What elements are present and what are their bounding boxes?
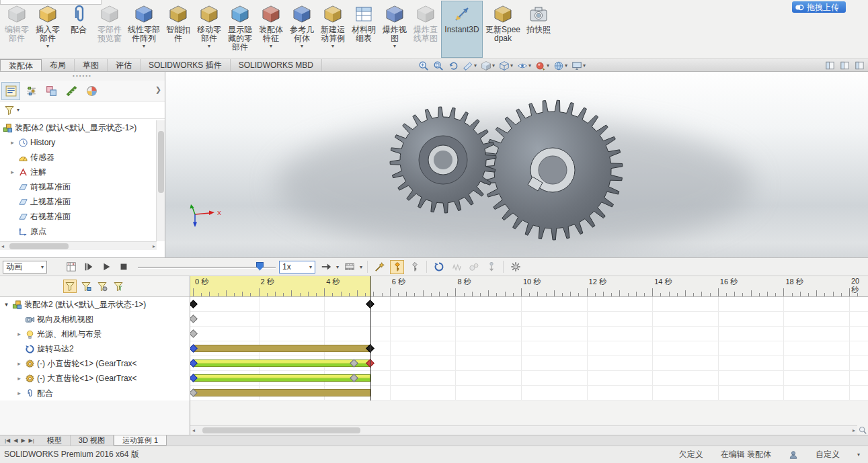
dimxpertmanager-tab[interactable] — [62, 82, 81, 100]
motion-tree-item[interactable]: 视向及相机视图 — [0, 312, 190, 327]
feature-tree-item[interactable]: 上视基准面 — [0, 194, 157, 209]
ribbon-button-instant3d[interactable]: Instant3D — [441, 1, 483, 58]
timeline-bar[interactable] — [193, 345, 370, 352]
timeline-ruler[interactable]: 0 秒2 秒4 秒6 秒8 秒10 秒12 秒14 秒16 秒18 秒20 秒 — [190, 276, 868, 297]
ribbon-button-insert-component[interactable]: 插入零部件▼ — [32, 1, 63, 58]
timeline-row[interactable] — [190, 327, 868, 341]
timeline-row[interactable] — [190, 341, 868, 356]
spring-button[interactable] — [449, 260, 463, 274]
scroll-left-icon[interactable]: ◂ — [192, 426, 195, 435]
motion-tree-item[interactable]: ▸配合 — [0, 386, 190, 401]
panel-grip[interactable]: •••••• — [0, 72, 165, 81]
panel-flyout-chevron[interactable]: ❯ — [155, 85, 161, 94]
ribbon-button-speedpak[interactable]: 更新Speedpak — [483, 1, 523, 58]
gravity-button[interactable] — [484, 260, 498, 274]
doc-tab-1[interactable]: 3D 视图 — [71, 435, 114, 446]
command-tab-0[interactable]: 装配体 — [0, 59, 42, 71]
ribbon-button-assembly-features[interactable]: 装配体特征▼ — [255, 1, 286, 58]
view-orientation-button[interactable]: ▾ — [481, 60, 495, 71]
scrollbar-thumb[interactable] — [158, 131, 164, 193]
ribbon-button-bom[interactable]: 材料明细表 — [348, 1, 379, 58]
timeline-position-slider[interactable] — [138, 261, 276, 273]
study-type-select[interactable]: 动画 ▾ — [3, 261, 47, 273]
next-tab-icon[interactable]: ▶ — [21, 437, 25, 444]
scrollbar-thumb[interactable] — [202, 427, 360, 433]
filter-driving-button[interactable] — [95, 280, 109, 293]
hide-show-items-button[interactable]: ▾ — [517, 60, 531, 71]
calculate-button[interactable] — [64, 260, 78, 274]
save-animation-button[interactable] — [342, 260, 356, 274]
command-tab-3[interactable]: 评估 — [108, 59, 141, 71]
filter-icon[interactable] — [4, 105, 15, 116]
feature-tree-vscrollbar[interactable] — [156, 120, 165, 241]
ribbon-button-show-hidden[interactable]: 显示隐藏的零部件 — [225, 1, 255, 58]
doc-tab-2[interactable]: 运动算例 1 — [114, 435, 167, 446]
featuremanager-tab[interactable] — [1, 82, 20, 100]
filter-all-button[interactable] — [63, 280, 77, 293]
animation-wizard-button[interactable] — [372, 260, 387, 274]
feature-tree-item[interactable]: 传感器 — [0, 150, 157, 165]
ribbon-button-reference-geometry[interactable]: 参考几何体▼ — [286, 1, 317, 58]
scrollbar-thumb[interactable] — [9, 243, 69, 249]
doc-tab-0[interactable]: 模型 — [39, 435, 71, 446]
expand-arrow-icon[interactable]: ▾ — [3, 301, 10, 308]
command-tab-1[interactable]: 布局 — [42, 59, 75, 71]
timeline-row[interactable] — [190, 386, 868, 401]
filter-animated-button[interactable] — [79, 280, 93, 293]
expand-arrow-icon[interactable]: ▸ — [15, 390, 23, 396]
expand-arrow-icon[interactable]: ▸ — [9, 169, 16, 175]
expand-arrow-icon[interactable]: ▸ — [15, 375, 23, 382]
autokey-button[interactable] — [390, 260, 404, 274]
ribbon-button-smart-fasteners[interactable]: 智能扣件 — [163, 1, 194, 58]
timeline-bar[interactable] — [193, 389, 370, 396]
motion-tree-item[interactable]: ▸光源、相机与布景 — [0, 327, 190, 341]
ribbon-button-explode-line-sketch[interactable]: 爆炸直线草图 — [410, 1, 441, 58]
feature-tree-item[interactable]: ▸History — [0, 135, 157, 150]
timeline-fit-button[interactable] — [858, 425, 867, 434]
timeline-row[interactable] — [190, 356, 868, 371]
contact-button[interactable] — [467, 260, 481, 274]
feature-tree-item[interactable]: 装配体2 (默认<默认_显示状态-1>) — [0, 120, 157, 135]
section-view-button[interactable]: ▾ — [463, 60, 477, 71]
filter-selected-button[interactable] — [112, 280, 125, 293]
play-button[interactable] — [99, 260, 113, 274]
ribbon-button-exploded-view[interactable]: 爆炸视图▼ — [379, 1, 410, 58]
feature-tree-hscrollbar[interactable]: ◂ ▸ — [0, 241, 157, 250]
zoom-area-button[interactable] — [433, 60, 444, 71]
timeline-bar[interactable] — [193, 360, 370, 367]
ribbon-button-motion-study[interactable]: 新建运动算例▼ — [317, 1, 348, 58]
motion-tree-item[interactable]: ▾装配体2 (默认<默认_显示状态-1>) — [0, 297, 190, 312]
command-tab-2[interactable]: 草图 — [75, 59, 108, 71]
configurationmanager-tab[interactable] — [42, 82, 61, 100]
ribbon-button-preview-window[interactable]: 零部件预览窗 — [94, 1, 125, 58]
split-pane-icon[interactable] — [840, 60, 850, 71]
dropdown-caret-icon[interactable]: ▾ — [360, 264, 362, 270]
scroll-left-icon[interactable]: ◂ — [1, 242, 4, 251]
apply-scene-button[interactable]: ▾ — [553, 60, 567, 71]
left-pane-icon[interactable] — [825, 60, 835, 71]
expand-arrow-icon[interactable]: ▸ — [15, 360, 23, 367]
feature-tree-item[interactable]: 右视基准面 — [0, 209, 157, 224]
stop-button[interactable] — [116, 260, 130, 274]
view-settings-button[interactable]: ▾ — [571, 60, 586, 71]
feature-tree-item[interactable]: ▸注解 — [0, 165, 157, 179]
ribbon-button-edit-component[interactable]: 编辑零部件 — [1, 1, 32, 58]
playback-mode-button[interactable] — [319, 260, 333, 274]
timeline-key[interactable] — [190, 300, 197, 308]
study-properties-button[interactable] — [508, 260, 522, 274]
graphics-area[interactable]: X — [165, 72, 868, 257]
motion-tree-item[interactable]: ▸(-) 小直齿轮<1> (GearTrax< — [0, 356, 190, 371]
scroll-right-icon[interactable]: ▸ — [153, 242, 155, 251]
chevron-down-icon[interactable]: ▾ — [17, 107, 19, 113]
timeline-bar[interactable] — [193, 374, 370, 382]
last-tab-icon[interactable]: ▶| — [29, 437, 34, 444]
right-pane-icon[interactable] — [855, 60, 865, 71]
command-tab-5[interactable]: SOLIDWORKS MBD — [231, 59, 322, 71]
feature-tree-item[interactable]: 前视基准面 — [0, 179, 157, 194]
propertymanager-tab[interactable] — [22, 82, 40, 100]
motor-button[interactable] — [432, 260, 446, 274]
first-tab-icon[interactable]: |◀ — [5, 437, 10, 444]
timeline-key[interactable] — [190, 329, 197, 338]
previous-view-button[interactable] — [448, 60, 459, 71]
ribbon-button-linear-pattern[interactable]: 线性零部件阵列▼ — [125, 1, 163, 58]
